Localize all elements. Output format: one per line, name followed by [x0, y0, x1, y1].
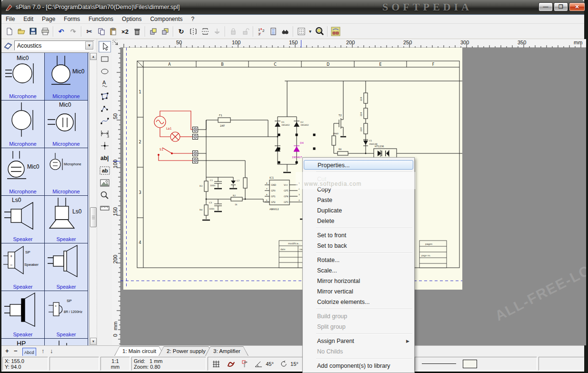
- menu-forms[interactable]: Forms: [60, 15, 84, 23]
- tool-ellipse[interactable]: [99, 66, 111, 77]
- menu-edit[interactable]: Edit: [19, 15, 38, 23]
- tool-dimension[interactable]: [99, 128, 111, 139]
- tool-rectangle[interactable]: [99, 53, 111, 65]
- tab-power-supply[interactable]: 2: Power supply: [159, 346, 214, 356]
- menu-options[interactable]: Options: [118, 15, 146, 23]
- close-button[interactable]: ✕: [569, 2, 585, 11]
- component-speaker-bar[interactable]: Speaker: [45, 243, 88, 291]
- zoom-in-button[interactable]: +: [5, 347, 9, 355]
- component-mic-dynamic[interactable]: Mic0 Microphone: [1, 53, 45, 101]
- tool-bezier[interactable]: [99, 115, 111, 127]
- mirror-vertical-button[interactable]: [199, 26, 211, 38]
- to-front-button[interactable]: [147, 26, 159, 38]
- search-button[interactable]: [279, 26, 291, 38]
- restore-button[interactable]: ❐: [554, 2, 568, 11]
- menu-item-rotate[interactable]: Rotate...: [303, 255, 414, 265]
- rotate-button[interactable]: ↻: [175, 26, 187, 38]
- component-mic-condenser2[interactable]: Mic0 Microphone: [1, 148, 45, 196]
- pin-icon[interactable]: [241, 360, 248, 369]
- menu-item-set-to-front[interactable]: Set to front: [303, 230, 414, 241]
- cut-button[interactable]: ✂: [83, 26, 95, 38]
- open-button[interactable]: [15, 26, 27, 38]
- menu-item-add-to-library[interactable]: Add component(s) to library: [303, 361, 414, 371]
- zoom-out-button[interactable]: −: [14, 347, 18, 355]
- angle-icon[interactable]: [254, 360, 263, 369]
- tool-zoom[interactable]: [99, 190, 111, 201]
- tool-image[interactable]: [99, 177, 111, 189]
- menu-functions[interactable]: Functions: [84, 15, 118, 23]
- tool-text[interactable]: ab|: [99, 152, 111, 164]
- tool-ruler[interactable]: [99, 202, 111, 213]
- paste-button[interactable]: [107, 26, 119, 38]
- menu-page[interactable]: Page: [38, 15, 60, 23]
- softpedia-url-watermark: www.softpedia.com: [296, 172, 416, 189]
- tab-amplifier[interactable]: 3: Amplifier: [205, 346, 249, 356]
- parts-list-button[interactable]: [267, 26, 279, 38]
- grid-button[interactable]: [295, 26, 307, 38]
- print-button[interactable]: [39, 26, 51, 38]
- scroll-up-icon[interactable]: ▲: [90, 53, 97, 60]
- freehand-icon[interactable]: [227, 360, 235, 369]
- redo-button[interactable]: ↷: [67, 26, 79, 38]
- component-speaker-filled[interactable]: Speaker: [1, 291, 45, 339]
- tool-textbox[interactable]: ab: [99, 165, 111, 176]
- renumber-button[interactable]: 123: [255, 26, 267, 38]
- library-select-arrow[interactable]: ▼: [85, 41, 93, 50]
- copy-button[interactable]: [95, 26, 107, 38]
- minimize-button[interactable]: —: [538, 2, 553, 11]
- tool-special-text[interactable]: A: [99, 78, 111, 90]
- tool-polygon[interactable]: [99, 91, 111, 102]
- menu-item-assign-parent[interactable]: Assign Parent ▶: [303, 336, 414, 346]
- menu-item-set-to-back[interactable]: Set to back: [303, 241, 414, 251]
- component-speaker-dome[interactable]: + SP 8R / 1200Hz Speaker: [45, 291, 88, 339]
- menu-item-scale[interactable]: Scale...: [303, 265, 414, 276]
- component-speaker-ls0[interactable]: Ls0 Speaker: [1, 196, 45, 243]
- mirror-horizontal-button[interactable]: [187, 26, 199, 38]
- tool-polyline[interactable]: [99, 103, 111, 114]
- grid-snap-icon[interactable]: [212, 360, 220, 369]
- menu-item-properties[interactable]: Properties...: [304, 160, 413, 170]
- component-speaker-ls0b[interactable]: Ls0 Speaker: [45, 196, 88, 243]
- lock-button[interactable]: [227, 26, 239, 38]
- move-up-button[interactable]: ↑: [41, 347, 45, 355]
- menu-file[interactable]: File: [1, 15, 19, 23]
- fill-style-sample[interactable]: [463, 360, 477, 368]
- new-button[interactable]: [3, 26, 15, 38]
- component-partial[interactable]: [45, 339, 88, 345]
- menu-item-mirror-vertical[interactable]: Mirror vertical: [303, 286, 414, 297]
- align-button[interactable]: [211, 26, 223, 38]
- zoom-region-button[interactable]: [313, 26, 325, 38]
- menu-item-paste[interactable]: Paste: [303, 195, 414, 205]
- scroll-down-icon[interactable]: ▼: [90, 338, 97, 345]
- tool-pointer[interactable]: [99, 41, 111, 52]
- menu-item-duplicate[interactable]: Duplicate: [303, 205, 414, 216]
- line-style-sample[interactable]: [422, 363, 456, 364]
- component-speaker-sp[interactable]: +− SP Speaker Speaker: [1, 243, 45, 291]
- tab-main-circuit[interactable]: 1: Main circuit: [114, 346, 164, 356]
- component-mic-small[interactable]: Microphone Microphone: [45, 148, 88, 196]
- to-back-button[interactable]: [159, 26, 171, 38]
- delete-button[interactable]: [131, 26, 143, 38]
- duplicate-button[interactable]: ×2: [119, 26, 131, 38]
- component-hp[interactable]: HP: [1, 339, 45, 345]
- library-select[interactable]: Acoustics ▼: [14, 40, 94, 50]
- rotate-step-icon[interactable]: [280, 360, 288, 369]
- component-mic-selected[interactable]: Mic0 Microphone: [45, 53, 88, 101]
- grid-dropdown-button[interactable]: ▾: [307, 26, 313, 38]
- menu-item-delete[interactable]: Delete: [303, 216, 414, 226]
- menu-item-mirror-horizontal[interactable]: Mirror horizontal: [303, 276, 414, 286]
- component-library-button[interactable]: [329, 26, 341, 38]
- scrollbar-thumb[interactable]: [90, 207, 97, 227]
- save-button[interactable]: [27, 26, 39, 38]
- move-down-button[interactable]: ↓: [50, 347, 53, 355]
- title-bar[interactable]: sPlan 7.0 - [C:\ProgramData\sPlan70(Demo…: [1, 0, 584, 14]
- menu-components[interactable]: Components: [146, 15, 187, 23]
- undo-button[interactable]: ↶: [55, 26, 67, 38]
- unlock-button[interactable]: [239, 26, 251, 38]
- component-scrollbar[interactable]: ▲ ▼: [89, 52, 97, 345]
- menu-item-colorize-elements[interactable]: Colorize elements...: [303, 297, 414, 307]
- menu-help[interactable]: ?: [187, 15, 199, 23]
- component-mic[interactable]: Microphone: [1, 101, 45, 148]
- component-mic-condenser[interactable]: Mic0 Microphone: [45, 101, 88, 148]
- tool-node[interactable]: [99, 140, 111, 151]
